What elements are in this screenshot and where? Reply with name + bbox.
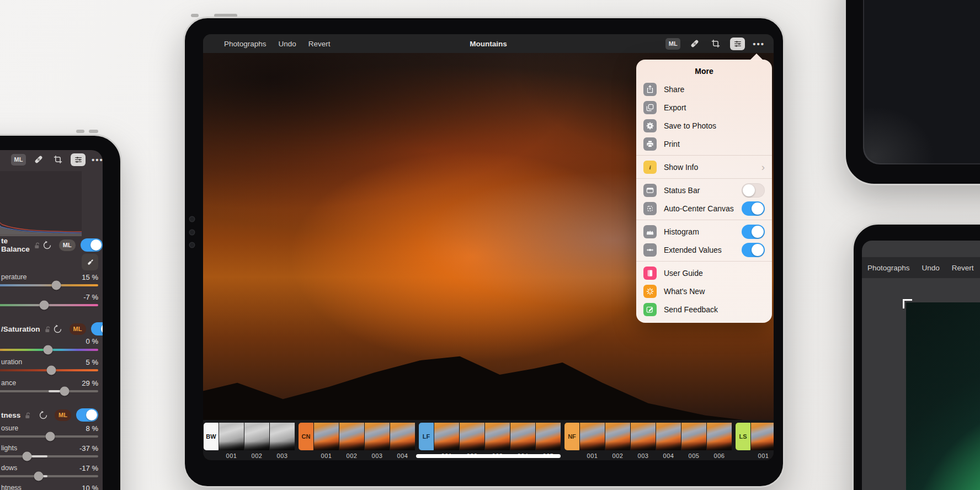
thumbnail-image[interactable] [365,423,390,450]
repair-icon[interactable] [32,153,45,166]
preset-thumb-NF-005[interactable]: 005 [681,423,706,459]
thumbnail-image[interactable] [485,423,510,450]
extended-values-toggle[interactable] [742,243,765,257]
thumbnail-image[interactable] [460,423,484,450]
preset-thumb-NF-003[interactable]: 003 [631,423,656,459]
temperature-slider[interactable] [0,284,98,286]
undo-button[interactable]: Undo [922,264,940,272]
ml-badge-active[interactable]: ML [55,409,71,421]
slider-knob[interactable] [46,432,55,441]
preset-thumb-CN-001[interactable]: 001 [314,423,339,459]
menu-item-show-info[interactable]: i Show Info › [636,158,772,176]
slider-knob[interactable] [23,451,32,461]
adjustments-icon-selected[interactable] [71,153,86,166]
thumbnail-image[interactable] [681,423,706,450]
slider-knob[interactable] [40,300,49,310]
slider-knob[interactable] [44,345,53,354]
home-indicator[interactable] [416,454,561,458]
ml-badge[interactable]: ML [59,239,76,251]
photographs-button[interactable]: Photographs [224,40,267,48]
preset-thumb-CN-004[interactable]: 004 [390,423,415,459]
preset-thumb-NF-002[interactable]: 002 [605,423,630,459]
crop-handle[interactable] [903,299,904,308]
reset-icon[interactable] [36,408,50,422]
highlights-slider[interactable] [0,455,98,457]
thumbnail-image[interactable] [244,423,269,450]
thumbnail-image[interactable] [580,423,605,450]
preset-tab-CN[interactable]: CN [299,423,313,450]
repair-icon[interactable] [688,37,701,50]
thumbnail-image[interactable] [510,423,535,450]
menu-item-send-feedback[interactable]: Send Feedback [636,300,772,318]
thumbnail-image[interactable] [751,423,774,450]
preset-thumb-CN-003[interactable]: 003 [365,423,390,459]
ml-badge[interactable]: ML [11,154,26,166]
slider-knob[interactable] [46,365,56,375]
crop-icon[interactable] [709,37,722,50]
preset-thumb-CN-002[interactable]: 002 [339,423,364,459]
slider-knob[interactable] [34,471,44,481]
photographs-button[interactable]: Photographs [867,264,910,272]
preset-thumb-NF-004[interactable]: 004 [656,423,681,459]
preset-thumb-BW-003[interactable]: 003 [270,423,295,459]
menu-item-export[interactable]: Save to Photos Export [636,98,772,116]
thumbnail-image[interactable] [536,423,561,450]
reset-icon[interactable] [41,238,54,252]
lightness-toggle[interactable] [76,408,98,422]
slider-knob[interactable] [60,386,70,396]
print-icon [643,137,657,151]
status-bar-toggle[interactable] [742,183,765,198]
preset-tab-LS[interactable]: LS [736,423,750,450]
saturation-slider[interactable] [0,369,98,371]
menu-item-extended-values[interactable]: Extended Values [636,241,772,259]
more-icon[interactable]: ••• [753,39,765,49]
slider-knob[interactable] [52,280,61,290]
shadows-slider[interactable] [0,475,98,477]
ml-badge[interactable]: ML [665,38,680,50]
preset-thumb-BW-002[interactable]: 002 [244,423,269,459]
thumbnail-image[interactable] [631,423,656,450]
thumbnail-image[interactable] [270,423,295,450]
histogram-toggle[interactable] [742,225,765,239]
crop-icon[interactable] [51,153,65,166]
ml-badge-active[interactable]: ML [70,323,86,335]
revert-button[interactable]: Revert [952,264,974,272]
revert-button[interactable]: Revert [308,40,331,48]
menu-item-print[interactable]: Print [636,135,772,153]
preset-tab-LF[interactable]: LF [419,423,434,450]
thumbnail-image[interactable] [390,423,415,450]
thumbnail-image[interactable] [314,423,339,450]
thumbnail-image[interactable] [434,423,459,450]
hue-slider[interactable] [0,349,98,351]
reset-icon[interactable] [51,322,65,335]
preset-thumb-NF-001[interactable]: 001 [580,423,605,459]
eyedropper-button[interactable] [82,254,98,270]
preset-thumb-NF-006[interactable]: 006 [707,423,732,459]
thumbnail-image[interactable] [339,423,364,450]
undo-button[interactable]: Undo [279,40,296,48]
thumbnail-image[interactable] [605,423,630,450]
menu-item-status-bar[interactable]: Status Bar [636,181,772,199]
thumbnail-image[interactable] [219,423,244,450]
menu-item-share[interactable]: Share [636,80,772,98]
menu-item-auto-center[interactable]: Auto-Center Canvas [636,199,772,217]
hue-saturation-toggle[interactable] [91,322,103,335]
vibrance-slider[interactable] [0,390,98,392]
thumbnail-image[interactable] [707,423,732,450]
adjustments-icon-selected[interactable] [730,38,745,50]
preset-thumb-LS-001[interactable]: 001 [751,423,774,459]
preset-tab-BW[interactable]: BW [204,423,219,450]
white-balance-toggle[interactable] [81,238,103,252]
hue-row: 0 % [1,337,98,345]
menu-item-histogram[interactable]: Histogram [636,222,772,241]
tint-slider[interactable] [0,304,98,306]
menu-item-user-guide[interactable]: User Guide [636,264,772,282]
preset-tab-NF[interactable]: NF [564,423,579,450]
thumbnail-image[interactable] [656,423,681,450]
preset-thumb-BW-001[interactable]: 001 [219,423,244,459]
auto-center-toggle[interactable] [742,201,765,216]
menu-item-whats-new[interactable]: What's New [636,282,772,300]
more-icon[interactable]: ••• [92,155,103,164]
menu-item-save-to-photos[interactable]: Save to Photos [636,116,772,135]
exposure-slider[interactable] [0,435,98,438]
